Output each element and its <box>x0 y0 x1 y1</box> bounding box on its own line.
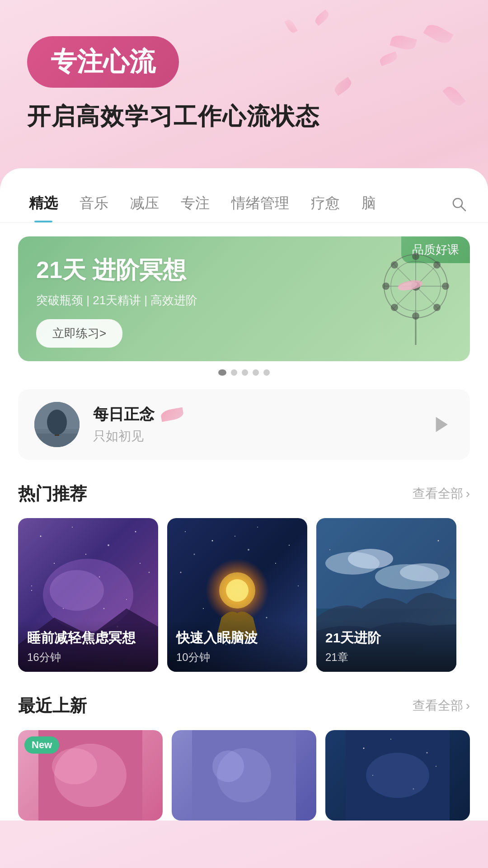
hero-subtitle: 开启高效学习工作心流状态 <box>27 101 461 132</box>
svg-point-54 <box>203 608 204 609</box>
svg-point-51 <box>180 571 182 573</box>
hot-section-title: 热门推荐 <box>18 482 87 505</box>
svg-point-73 <box>212 750 244 782</box>
svg-point-11 <box>442 283 449 290</box>
daily-card[interactable]: 每日正念 只如初见 <box>18 389 470 460</box>
svg-point-41 <box>31 585 32 586</box>
hot-card-3-overlay: 21天进阶 21章 <box>316 620 456 672</box>
tab-heal[interactable]: 疗愈 <box>300 186 351 222</box>
daily-avatar <box>34 402 80 447</box>
tab-reduce-stress[interactable]: 减压 <box>119 186 170 222</box>
svg-point-76 <box>390 739 391 740</box>
search-icon <box>450 195 468 213</box>
svg-point-65 <box>400 563 450 581</box>
new-card-3[interactable] <box>325 730 470 821</box>
svg-point-8 <box>412 253 419 260</box>
svg-point-47 <box>289 545 290 546</box>
new-cards-row: New <box>18 730 470 821</box>
hot-card-1-meta: 16分钟 <box>27 650 149 665</box>
hot-card-2-meta: 10分钟 <box>176 650 298 665</box>
chevron-right-icon: › <box>466 486 470 501</box>
hot-section-more[interactable]: 查看全部 › <box>413 485 470 502</box>
hero-badge: 专注心流 <box>27 36 179 88</box>
svg-point-81 <box>366 753 429 798</box>
play-button[interactable] <box>427 411 454 438</box>
petal-decoration-daily <box>160 407 184 421</box>
tab-focus[interactable]: 专注 <box>170 186 221 222</box>
dot-2[interactable] <box>231 369 237 376</box>
svg-point-70 <box>52 748 97 784</box>
hot-card-3-name: 21天进阶 <box>325 629 447 647</box>
svg-point-75 <box>363 747 365 749</box>
banner-dots <box>18 369 470 376</box>
tab-brain[interactable]: 脑 <box>351 186 387 222</box>
hot-card-1-name: 睡前减轻焦虑冥想 <box>27 629 149 647</box>
hot-cards-scroll[interactable]: 睡前减轻焦虑冥想 16分钟 <box>0 518 488 672</box>
svg-point-48 <box>194 553 195 555</box>
svg-point-42 <box>140 563 141 564</box>
svg-point-46 <box>257 527 258 528</box>
daily-subtitle: 只如初见 <box>93 428 413 445</box>
svg-point-14 <box>391 304 398 311</box>
svg-point-53 <box>248 549 249 551</box>
svg-point-30 <box>135 531 136 532</box>
tab-music[interactable]: 音乐 <box>69 186 119 222</box>
svg-line-1 <box>461 206 466 211</box>
new-section-cards: New <box>0 730 488 821</box>
new-card-2-bg <box>172 730 316 821</box>
new-section-more[interactable]: 查看全部 › <box>413 697 470 714</box>
dot-5[interactable] <box>263 369 270 376</box>
new-badge-1: New <box>24 736 59 754</box>
hot-card-2-overlay: 快速入眠脑波 10分钟 <box>167 620 307 672</box>
banner-card: 品质好课 <box>18 236 470 361</box>
tab-jingxuan[interactable]: 精选 <box>18 186 69 222</box>
new-card-3-bg <box>325 730 470 821</box>
svg-point-45 <box>212 540 213 541</box>
banner-practice-button[interactable]: 立即练习> <box>36 319 122 348</box>
svg-point-79 <box>436 766 436 767</box>
svg-point-50 <box>275 563 276 564</box>
svg-point-13 <box>433 261 441 269</box>
play-icon <box>427 412 453 437</box>
banner-section: 品质好课 <box>0 236 488 376</box>
new-section-header: 最近上新 查看全部 › <box>0 694 488 717</box>
hot-section-header: 热门推荐 查看全部 › <box>0 482 488 505</box>
hero-section: 专注心流 开启高效学习工作心流状态 <box>0 0 488 150</box>
daily-section: 每日正念 只如初见 <box>0 389 488 460</box>
new-card-1[interactable]: New <box>18 730 163 821</box>
svg-point-28 <box>108 544 109 546</box>
tabs-bar: 精选 音乐 减压 专注 情绪管理 疗愈 脑 <box>0 186 488 223</box>
svg-point-24 <box>47 410 67 435</box>
svg-point-10 <box>382 283 389 290</box>
svg-point-63 <box>348 549 393 569</box>
hot-card-3[interactable]: 21天进阶 21章 <box>316 518 456 672</box>
hot-card-1[interactable]: 睡前减轻焦虑冥想 16分钟 <box>18 518 158 672</box>
svg-point-12 <box>391 261 398 269</box>
windmill-icon <box>375 245 456 345</box>
hot-card-2[interactable]: 快速入眠脑波 10分钟 <box>167 518 307 672</box>
svg-point-43 <box>103 608 105 609</box>
svg-point-55 <box>266 617 267 618</box>
svg-point-15 <box>433 304 441 311</box>
dot-3[interactable] <box>242 369 248 376</box>
new-section-title: 最近上新 <box>18 694 87 717</box>
daily-title: 每日正念 <box>93 404 413 425</box>
dot-4[interactable] <box>253 369 259 376</box>
hot-card-1-overlay: 睡前减轻焦虑冥想 16分钟 <box>18 620 158 672</box>
banner-decoration <box>375 245 456 336</box>
new-card-2[interactable] <box>172 730 316 821</box>
tab-emotion[interactable]: 情绪管理 <box>221 186 300 222</box>
svg-point-58 <box>226 579 249 602</box>
svg-point-44 <box>185 531 186 532</box>
svg-point-77 <box>427 752 428 753</box>
svg-point-67 <box>329 549 330 550</box>
svg-point-49 <box>235 536 235 537</box>
dot-1[interactable] <box>218 369 226 376</box>
search-button[interactable] <box>448 193 470 215</box>
svg-point-31 <box>31 590 32 591</box>
hot-card-2-name: 快速入眠脑波 <box>176 629 298 647</box>
tree-icon <box>34 402 80 447</box>
svg-point-39 <box>50 570 104 611</box>
svg-point-29 <box>54 563 55 564</box>
svg-point-35 <box>149 571 150 573</box>
